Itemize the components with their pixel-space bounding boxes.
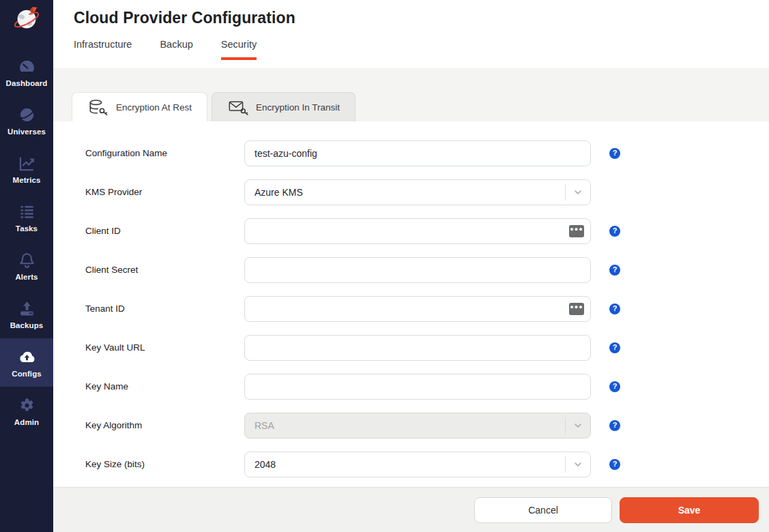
key-vault-url-label: Key Vault URL <box>85 342 244 353</box>
subtab-label: Encryption In Transit <box>256 102 340 113</box>
content-area: Encryption At RestEncryption In Transit … <box>53 68 769 532</box>
sidebar-item-label: Backups <box>10 321 44 329</box>
client-secret-control <box>244 257 591 283</box>
sidebar: DashboardUniversesMetricsTasksAlertsBack… <box>0 0 53 532</box>
tab-bar: InfrastructureBackupSecurity <box>53 39 769 60</box>
client-secret-label: Client Secret <box>85 265 244 275</box>
sidebar-item-label: Dashboard <box>6 79 48 87</box>
cloud-upload-icon <box>18 348 36 366</box>
main-area: Cloud Provider Configuration Infrastruct… <box>53 0 769 532</box>
key-size-bits-select[interactable]: 2048 <box>244 452 591 477</box>
form-row-client-id: Client ID●●●? <box>85 211 769 250</box>
form-row-key-algorithm: Key AlgorithmRSA? <box>85 406 769 445</box>
gauge-icon <box>18 57 36 76</box>
bell-icon <box>18 251 36 269</box>
chevron-down-icon <box>566 420 590 431</box>
sidebar-item-alerts[interactable]: Alerts <box>0 241 53 290</box>
key-size-bits-control: 2048 <box>244 452 591 477</box>
sidebar-item-label: Admin <box>14 418 39 426</box>
key-vault-url-control <box>244 335 591 361</box>
ellipsis-icon[interactable]: ●●● <box>569 303 584 315</box>
subtab-encryption-in-transit[interactable]: Encryption In Transit <box>212 92 356 121</box>
sidebar-item-label: Alerts <box>15 273 38 281</box>
page-title: Cloud Provider Configuration <box>53 0 769 27</box>
sidebar-item-tasks[interactable]: Tasks <box>0 193 53 241</box>
key-algorithm-control: RSA <box>244 413 591 439</box>
key-name-input[interactable] <box>244 374 591 400</box>
form-row-key-vault-url: Key Vault URL? <box>85 328 769 367</box>
subtab-encryption-at-rest[interactable]: Encryption At Rest <box>72 92 207 121</box>
tenant-id-label: Tenant ID <box>85 304 244 314</box>
key-algorithm-value: RSA <box>255 420 565 431</box>
key-vault-url-input[interactable] <box>244 335 591 361</box>
help-icon[interactable]: ? <box>609 381 620 392</box>
configuration-name-input[interactable] <box>244 141 591 166</box>
sidebar-item-dashboard[interactable]: Dashboard <box>0 48 53 96</box>
form-row-key-size-bits: Key Size (bits)2048? <box>85 445 769 484</box>
logo[interactable] <box>0 0 53 42</box>
configuration-name-label: Configuration Name <box>85 148 244 158</box>
help-icon[interactable]: ? <box>609 342 620 353</box>
form-footer: Cancel Save <box>53 487 769 532</box>
kms-provider-control: Azure KMS <box>244 179 591 205</box>
key-algorithm-select: RSA <box>244 413 591 439</box>
tab-security[interactable]: Security <box>221 39 257 60</box>
upload-tray-icon <box>18 299 36 318</box>
client-id-control: ●●● <box>244 218 591 244</box>
sidebar-item-universes[interactable]: Universes <box>0 96 53 145</box>
chart-line-icon <box>18 154 36 173</box>
form-row-configuration-name: Configuration Name? <box>85 134 769 173</box>
key-name-control <box>244 374 591 400</box>
tenant-id-control: ●●● <box>244 296 591 322</box>
subtab-bar: Encryption At RestEncryption In Transit <box>72 92 769 121</box>
chevron-down-icon <box>566 187 590 198</box>
form-row-client-secret: Client Secret? <box>85 250 769 289</box>
key-name-label: Key Name <box>85 381 244 391</box>
rocket-planet-logo-icon <box>11 3 42 39</box>
sidebar-item-label: Metrics <box>13 176 41 184</box>
help-icon[interactable]: ? <box>609 265 620 276</box>
sidebar-item-admin[interactable]: Admin <box>0 387 53 435</box>
client-secret-input[interactable] <box>244 257 591 283</box>
sidebar-item-metrics[interactable]: Metrics <box>0 145 53 193</box>
help-icon[interactable]: ? <box>609 420 620 431</box>
form-row-tenant-id: Tenant ID●●●? <box>85 289 769 328</box>
save-button[interactable]: Save <box>620 497 759 523</box>
help-icon[interactable]: ? <box>609 226 620 237</box>
client-id-input[interactable] <box>244 218 591 244</box>
chevron-down-icon <box>566 459 590 470</box>
database-key-icon <box>87 98 109 117</box>
key-size-bits-label: Key Size (bits) <box>85 459 244 469</box>
tenant-id-input[interactable] <box>244 296 591 322</box>
subtab-label: Encryption At Rest <box>116 102 192 113</box>
mail-key-icon <box>227 98 249 117</box>
tab-backup[interactable]: Backup <box>160 39 192 60</box>
key-algorithm-label: Key Algorithm <box>85 420 244 430</box>
form-row-kms-provider: KMS ProviderAzure KMS <box>85 173 769 211</box>
client-id-label: Client ID <box>85 226 244 236</box>
help-icon[interactable]: ? <box>609 148 620 159</box>
kms-provider-value: Azure KMS <box>255 187 565 198</box>
sidebar-item-label: Universes <box>8 128 46 136</box>
task-list-icon <box>18 203 36 221</box>
kms-config-form: Configuration Name?KMS ProviderAzure KMS… <box>53 121 769 487</box>
gear-icon <box>18 396 36 415</box>
kms-provider-select[interactable]: Azure KMS <box>244 179 591 205</box>
form-row-key-name: Key Name? <box>85 367 769 406</box>
ellipsis-icon[interactable]: ●●● <box>569 225 584 237</box>
cancel-button[interactable]: Cancel <box>474 497 612 523</box>
sidebar-item-label: Configs <box>12 370 42 378</box>
help-icon[interactable]: ? <box>609 304 620 314</box>
app-root: DashboardUniversesMetricsTasksAlertsBack… <box>0 0 769 532</box>
tab-infrastructure[interactable]: Infrastructure <box>74 39 132 60</box>
configuration-name-control <box>244 141 591 166</box>
kms-provider-label: KMS Provider <box>85 187 244 197</box>
sidebar-item-label: Tasks <box>16 224 38 233</box>
sidebar-nav: DashboardUniversesMetricsTasksAlertsBack… <box>0 48 53 435</box>
page-header: Cloud Provider Configuration Infrastruct… <box>53 0 769 68</box>
help-icon[interactable]: ? <box>609 459 620 470</box>
globe-icon <box>18 106 36 124</box>
key-size-bits-value: 2048 <box>255 459 565 470</box>
sidebar-item-backups[interactable]: Backups <box>0 290 53 338</box>
sidebar-item-configs[interactable]: Configs <box>0 338 53 387</box>
